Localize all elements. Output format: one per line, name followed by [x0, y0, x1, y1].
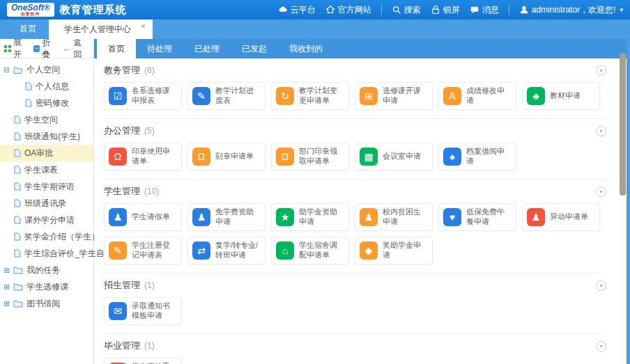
app-card[interactable]: ▦会议室申请 [355, 143, 433, 171]
app-card[interactable]: ✉录取通知书模板申请 [104, 297, 182, 325]
sidebar-toolbar: 展开 − 折叠 ← 返回 [0, 39, 93, 58]
stamp-icon: Ω [276, 148, 294, 166]
app-card[interactable]: ⌂学生宿舍调配申请单 [271, 237, 349, 264]
lock-icon [431, 5, 440, 15]
nav-official-site[interactable]: 官方网站 [325, 4, 371, 16]
app-card[interactable]: ♟学生离校手续申请 [104, 358, 182, 364]
tab-home[interactable]: 首页 [97, 39, 136, 58]
tree-label: OA审批 [24, 148, 53, 159]
sidebar-item-self-evaluation[interactable]: 学生综合评价_学生自评 [0, 245, 93, 262]
tab-received[interactable]: 我收到的 [278, 39, 334, 58]
collapse-section-icon[interactable]: ▾ [596, 341, 606, 351]
section-title: 招生管理 [104, 279, 140, 292]
app-card[interactable]: ♣教材申请 [522, 82, 600, 110]
sidebar-item-class-notice[interactable]: 班级通知(学生) [0, 128, 93, 145]
file-icon [25, 82, 32, 90]
nav-cloud-platform[interactable]: 云平台 [278, 4, 316, 16]
heart-icon: ♥ [443, 208, 461, 226]
app-card[interactable]: ★助学金资助申请 [271, 203, 349, 231]
file-icon [14, 166, 21, 174]
collapse-all-icon: − [33, 45, 40, 52]
sidebar-item-scholarship-intro[interactable]: 奖学金介绍（学生） [0, 228, 93, 245]
scrollbar-thumb[interactable] [620, 53, 626, 196]
file-icon [14, 116, 21, 124]
tree-label: 学生选修课 [26, 281, 68, 293]
sidebar-item-library[interactable]: ⊞ 图书借阅 [0, 295, 93, 312]
window-tab-student-center[interactable]: 学生个人管理中心 × [49, 19, 153, 39]
sidebar-item-electives[interactable]: ⊞ 学生选修课 [0, 278, 93, 295]
page-title: 教育管理系统 [60, 3, 127, 17]
app-card[interactable]: ♟异动申请单 [522, 203, 600, 231]
card-label: 选修课开课申请 [383, 86, 428, 106]
sidebar-item-student-timetable[interactable]: 学生课表 [0, 161, 93, 178]
sidebar-item-personal-info[interactable]: 个人信息 [0, 78, 93, 95]
nav-search[interactable]: 搜索 [392, 4, 421, 16]
register-icon: ✎ [109, 242, 127, 260]
expand-all-button[interactable]: 展开 [4, 37, 29, 61]
app-card[interactable]: ♟学生请假单 [104, 203, 182, 231]
right-edge-strip [627, 39, 630, 364]
section-title: 教务管理 [104, 64, 140, 77]
swap-icon: ⇄ [192, 242, 210, 260]
folder-icon [13, 300, 23, 308]
collapse-section-icon[interactable]: ▾ [596, 280, 606, 291]
sidebar-item-oa-approval[interactable]: OA审批 [0, 145, 93, 161]
back-button[interactable]: ← 返回 [62, 37, 89, 61]
main-tab-bar: 首页 待处理 已处理 已发起 我收到的 [94, 39, 630, 58]
collapse-all-button[interactable]: − 折叠 [33, 37, 59, 61]
collapse-toggle-icon[interactable]: ⊟ [3, 66, 10, 74]
tool-label: 展开 [13, 37, 29, 61]
collapse-section-icon[interactable]: ▾ [596, 126, 606, 136]
tree-label: 个人信息 [36, 81, 69, 93]
app-card[interactable]: ◆奖助学金申请 [355, 237, 433, 264]
sidebar-item-change-password[interactable]: 密码修改 [0, 95, 93, 111]
sidebar-item-my-tasks[interactable]: ⊞ 我的任务 [0, 262, 93, 278]
envelope-icon: ✉ [109, 302, 127, 320]
app-card[interactable]: ↻教学计划变更申请单 [271, 82, 349, 110]
app-card[interactable]: ✎学生注册登记申请表 [104, 237, 182, 264]
tab-initiated[interactable]: 已发起 [231, 39, 278, 58]
tab-pending[interactable]: 待处理 [136, 39, 183, 58]
app-card[interactable]: A成绩修改申请 [438, 82, 516, 110]
app-card[interactable]: ♟免学费资助申请 [187, 203, 266, 231]
cloud-icon [278, 5, 288, 15]
app-header: OneSoft® 创壹软件 教育管理系统 云平台 官方网站 搜索 [0, 0, 630, 19]
section-count: (6) [144, 65, 155, 75]
app-card[interactable]: ⊞选修课开课申请 [355, 82, 433, 110]
nav-messages[interactable]: 消息 [470, 4, 499, 16]
meeting-icon: ▦ [360, 148, 378, 166]
sidebar-item-personal-space[interactable]: ⊟ 个人空间 [0, 61, 93, 78]
file-icon [25, 99, 32, 107]
collapse-section-icon[interactable]: ▾ [596, 65, 606, 76]
close-icon[interactable]: × [141, 22, 146, 31]
app-card[interactable]: ⇄复学/转专业/转班申请 [187, 237, 266, 264]
app-card[interactable]: ♥低保免费午餐申请 [438, 203, 516, 231]
sidebar-item-student-space[interactable]: 学生空间 [0, 111, 93, 128]
card-label: 教材申请 [550, 91, 581, 101]
tab-processed[interactable]: 已处理 [183, 39, 231, 58]
app-card[interactable]: Ω刻章申请单 [187, 143, 266, 171]
tree-label: 个人空间 [26, 64, 60, 76]
collapse-section-icon[interactable]: ▾ [596, 187, 606, 197]
card-label: 印章使用申请单 [132, 147, 177, 166]
app-card[interactable]: ☑各系选修课申报表 [104, 82, 182, 110]
expand-toggle-icon[interactable]: ⊞ [3, 283, 10, 291]
back-icon: ← [62, 45, 71, 52]
tree-label: 我的任务 [26, 264, 60, 276]
expand-toggle-icon[interactable]: ⊞ [3, 267, 10, 274]
file-icon [14, 132, 21, 141]
card-label: 教学计划进度表 [215, 86, 261, 106]
sidebar-item-term-comments[interactable]: 学生学期评语 [0, 178, 93, 195]
section-count: (5) [144, 126, 155, 136]
sidebar-item-class-contacts[interactable]: 班级通讯录 [0, 195, 93, 212]
app-card[interactable]: ♟校内贫困生申请 [355, 203, 433, 231]
app-card[interactable]: ♠档案借阅申请 [438, 143, 516, 171]
app-card[interactable]: Ω部门印章领取申请单 [271, 143, 349, 171]
window-tab-label: 学生个人管理中心 [64, 24, 131, 35]
app-card[interactable]: Ω印章使用申请单 [104, 143, 182, 171]
user-menu[interactable]: administrator，欢迎您! ▾ [519, 4, 623, 16]
app-card[interactable]: ✎教学计划进度表 [187, 82, 266, 110]
sidebar-item-extra-credit[interactable]: 课外学分申请 [0, 212, 93, 228]
nav-lock-screen[interactable]: 锁屏 [431, 4, 460, 16]
expand-toggle-icon[interactable]: ⊞ [3, 300, 10, 308]
